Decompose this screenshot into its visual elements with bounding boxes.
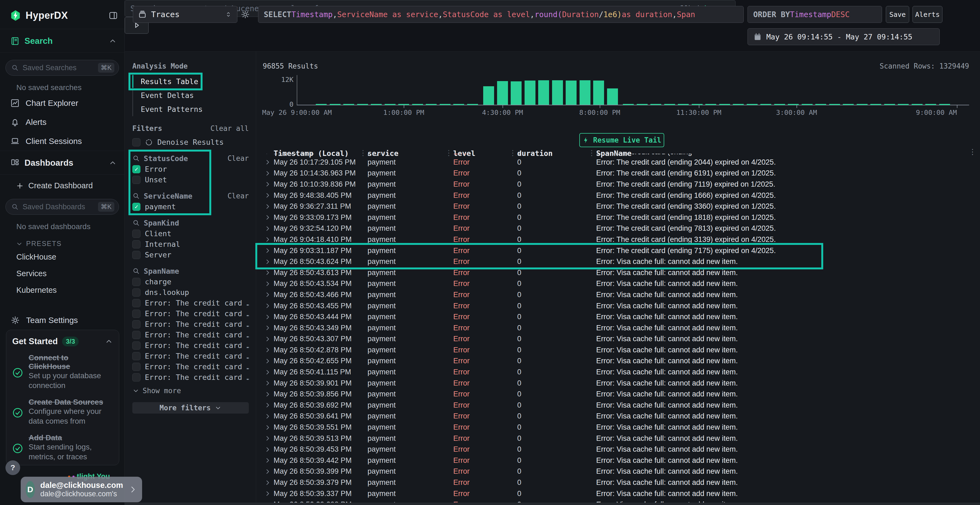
row-expand-chevron-icon[interactable]: [256, 259, 274, 265]
table-row[interactable]: May 26 8:50:43.349 PMpaymentError0Error:…: [256, 322, 980, 333]
table-row[interactable]: May 26 8:50:39.399 PMpaymentError0Error:…: [256, 466, 980, 477]
filter-clear-button[interactable]: Clear: [228, 154, 249, 162]
row-expand-chevron-icon[interactable]: [256, 269, 274, 276]
table-row[interactable]: May 26 8:50:43.444 PMpaymentError0Error:…: [256, 311, 980, 322]
histogram-bar-small[interactable]: [884, 104, 895, 105]
chevron-up-icon[interactable]: [109, 37, 117, 45]
results-histogram[interactable]: 12K0May 26 9:00:00 AM1:00:00 PM4:30:00 P…: [256, 73, 980, 122]
saved-searches-input[interactable]: Saved Searches ⌘K: [5, 60, 119, 76]
table-row[interactable]: May 26 8:50:39.641 PMpaymentError0Error:…: [256, 411, 980, 422]
table-row[interactable]: May 26 8:50:39.453 PMpaymentError0Error:…: [256, 444, 980, 455]
sidebar-item-alerts[interactable]: Alerts: [0, 113, 124, 132]
table-row[interactable]: May 26 8:50:43.534 PMpaymentError0Error:…: [256, 278, 980, 289]
filter-option[interactable]: Error: The credit card …: [132, 351, 249, 361]
histogram-bar-small[interactable]: [426, 104, 437, 105]
table-row[interactable]: May 26 10:14:36.963 PMpaymentError0Error…: [256, 168, 980, 179]
analysis-mode-event-patterns[interactable]: Event Patterns: [133, 102, 249, 116]
histogram-bar-small[interactable]: [343, 104, 354, 105]
create-dashboard-button[interactable]: Create Dashboard: [0, 175, 124, 192]
row-expand-chevron-icon[interactable]: [256, 402, 274, 408]
row-expand-chevron-icon[interactable]: [256, 391, 274, 397]
row-expand-chevron-icon[interactable]: [256, 303, 274, 309]
row-expand-chevron-icon[interactable]: [256, 291, 274, 298]
sidebar-section-search[interactable]: Search: [0, 29, 124, 53]
row-expand-chevron-icon[interactable]: [256, 325, 274, 331]
table-row[interactable]: May 26 8:50:39.513 PMpaymentError0Error:…: [256, 433, 980, 444]
histogram-bar-small[interactable]: [398, 104, 409, 105]
filter-option[interactable]: Error: The credit card …: [132, 298, 249, 308]
checkbox[interactable]: [132, 299, 140, 307]
row-expand-chevron-icon[interactable]: [256, 336, 274, 342]
preset-item-services[interactable]: Services: [0, 265, 124, 282]
table-row[interactable]: May 26 9:36:27.311 PMpaymentError0Error:…: [256, 201, 980, 212]
table-row[interactable]: May 26 8:50:39.442 PMpaymentError0Error:…: [256, 455, 980, 466]
histogram-bar-small[interactable]: [650, 104, 661, 105]
checkbox[interactable]: [132, 251, 140, 259]
row-expand-chevron-icon[interactable]: [256, 468, 274, 475]
histogram-bar-small[interactable]: [925, 104, 936, 105]
table-row[interactable]: May 26 9:33:09.173 PMpaymentError0Error:…: [256, 212, 980, 223]
user-menu[interactable]: D dale@clickhouse.com dale@clickhouse.co…: [21, 477, 142, 502]
row-expand-chevron-icon[interactable]: [256, 490, 274, 497]
source-settings-button[interactable]: [239, 8, 251, 21]
table-row[interactable]: May 26 9:48:38.405 PMpaymentError0Error:…: [256, 190, 980, 201]
checkbox[interactable]: [132, 288, 140, 297]
get-started-item-sources[interactable]: Create Data Sources Configure where your…: [12, 398, 113, 426]
filter-option[interactable]: ✓Error: [132, 164, 249, 175]
table-row[interactable]: May 26 10:10:39.836 PMpaymentError0Error…: [256, 179, 980, 190]
show-more-button[interactable]: Show more: [132, 385, 249, 396]
table-row[interactable]: May 26 8:50:41.115 PMpaymentError0Error:…: [256, 367, 980, 378]
histogram-bar[interactable]: [525, 81, 535, 105]
filter-option[interactable]: Error: The credit card …: [132, 340, 249, 351]
table-row[interactable]: May 26 9:32:54.120 PMpaymentError0Error:…: [256, 223, 980, 234]
histogram-bar-small[interactable]: [385, 104, 396, 105]
histogram-bar-small[interactable]: [733, 104, 744, 105]
checkbox[interactable]: [132, 240, 140, 248]
histogram-bar-small[interactable]: [912, 104, 923, 105]
checkbox[interactable]: [132, 278, 140, 286]
row-expand-chevron-icon[interactable]: [256, 424, 274, 431]
filter-option[interactable]: Server: [132, 249, 249, 260]
histogram-bar-small[interactable]: [371, 104, 382, 105]
histogram-bar-small[interactable]: [357, 104, 368, 105]
sidebar-section-dashboards[interactable]: Dashboards: [0, 151, 124, 175]
histogram-bar[interactable]: [607, 89, 618, 105]
histogram-bar-small[interactable]: [330, 104, 340, 105]
filter-option[interactable]: charge: [132, 276, 249, 287]
analysis-mode-results-table[interactable]: Results Table: [133, 75, 249, 89]
resume-live-tail-button[interactable]: Resume Live Tail: [579, 133, 664, 147]
filter-option[interactable]: Error: The credit card …: [132, 372, 249, 383]
checkbox[interactable]: [132, 363, 140, 371]
help-button[interactable]: ?: [5, 461, 20, 475]
histogram-bar-small[interactable]: [316, 104, 327, 105]
histogram-bar-small[interactable]: [815, 104, 826, 105]
row-expand-chevron-icon[interactable]: [256, 435, 274, 441]
checkbox[interactable]: [132, 320, 140, 329]
sidebar-item-client-sessions[interactable]: Client Sessions: [0, 132, 124, 151]
table-row[interactable]: May 26 8:50:39.901 PMpaymentError0Error:…: [256, 378, 980, 389]
checkbox[interactable]: [132, 230, 140, 238]
histogram-bar-small[interactable]: [678, 104, 689, 105]
row-expand-chevron-icon[interactable]: [256, 413, 274, 419]
row-expand-chevron-icon[interactable]: [256, 181, 274, 187]
histogram-bar-small[interactable]: [788, 104, 799, 105]
histogram-bar-small[interactable]: [637, 104, 648, 105]
histogram-bar-small[interactable]: [857, 104, 867, 105]
checkbox[interactable]: [132, 352, 140, 360]
row-expand-chevron-icon[interactable]: [256, 457, 274, 464]
checkbox-checked[interactable]: ✓: [132, 165, 140, 173]
get-started-item-connect[interactable]: Connect to ClickHouse Set up your databa…: [12, 353, 113, 391]
table-row[interactable]: May 26 8:50:42.878 PMpaymentError0Error:…: [256, 345, 980, 356]
histogram-bar-small[interactable]: [898, 104, 909, 105]
row-expand-chevron-icon[interactable]: [256, 347, 274, 353]
table-row[interactable]: May 26 8:50:39.692 PMpaymentError0Error:…: [256, 400, 980, 411]
filter-option[interactable]: dns.lookup: [132, 287, 249, 298]
row-expand-chevron-icon[interactable]: [256, 225, 274, 232]
table-row[interactable]: May 26 8:50:43.466 PMpaymentError0Error:…: [256, 289, 980, 300]
histogram-bar-small[interactable]: [623, 104, 634, 105]
table-row[interactable]: May 26 10:17:29.105 PMpaymentError0Error…: [256, 157, 980, 168]
histogram-bar[interactable]: [593, 81, 604, 105]
order-by-input[interactable]: ORDER BY Timestamp DESC: [748, 6, 882, 23]
saved-dashboards-input[interactable]: Saved Dashboards ⌘K: [5, 199, 119, 215]
filter-option[interactable]: Internal: [132, 239, 249, 249]
